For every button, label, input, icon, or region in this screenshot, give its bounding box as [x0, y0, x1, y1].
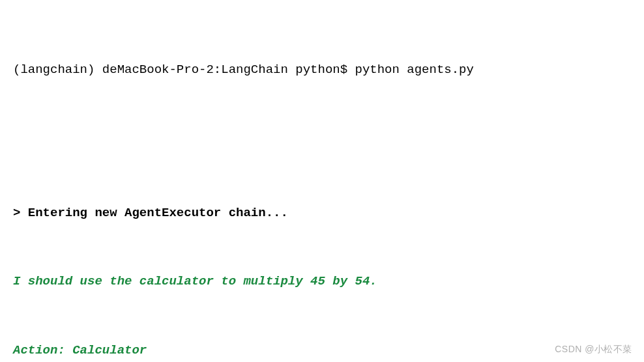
blank-lines — [13, 128, 631, 156]
shell-prompt-line: (langchain) deMacBook-Pro-2:LangChain py… — [13, 59, 631, 81]
watermark-text: CSDN @小松不菜 — [555, 341, 632, 358]
action-line: Action: Calculator — [13, 339, 631, 362]
entering-chain-line: > Entering new AgentExecutor chain... — [13, 202, 631, 225]
terminal-output: (langchain) deMacBook-Pro-2:LangChain py… — [13, 13, 631, 362]
thought-line-1: I should use the calculator to multiply … — [13, 270, 631, 293]
